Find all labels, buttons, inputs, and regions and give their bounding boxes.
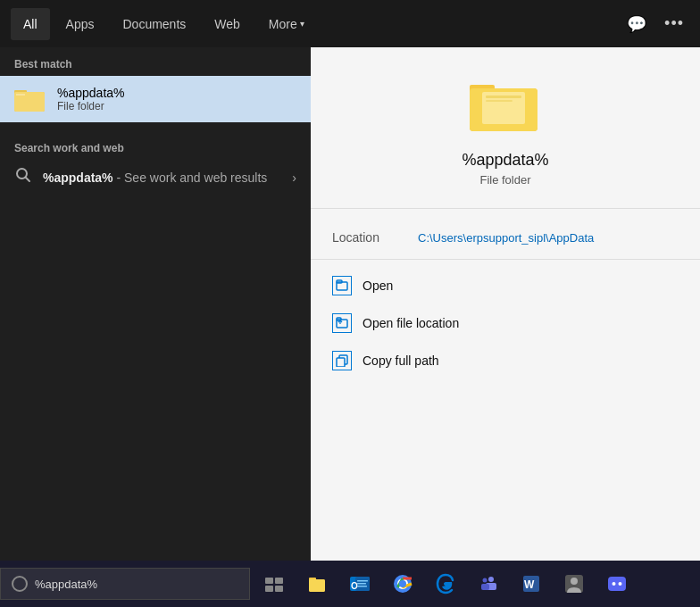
open-file-location-icon <box>332 313 352 333</box>
tab-documents[interactable]: Documents <box>110 8 198 40</box>
location-label: Location <box>332 230 404 245</box>
tab-more[interactable]: More ▾ <box>256 8 317 40</box>
action-open-label: Open <box>362 279 393 293</box>
svg-text:W: W <box>524 578 535 591</box>
svg-line-5 <box>26 178 30 182</box>
divider <box>311 208 700 209</box>
tab-apps[interactable]: Apps <box>54 8 107 40</box>
svg-rect-11 <box>486 100 512 102</box>
open-icon <box>332 276 352 295</box>
location-path[interactable]: C:\Users\erpsupport_sipl\AppData <box>418 231 594 245</box>
location-row: Location C:\Users\erpsupport_sipl\AppDat… <box>311 223 700 252</box>
result-title: %appdata% <box>57 86 125 100</box>
chevron-down-icon: ▾ <box>300 19 304 29</box>
svg-rect-27 <box>309 579 325 592</box>
svg-rect-33 <box>357 586 367 587</box>
result-type: File folder <box>479 173 530 187</box>
svg-rect-3 <box>16 94 25 96</box>
start-menu: All Apps Documents Web More ▾ 💬 ••• Best… <box>0 0 700 561</box>
tab-web[interactable]: Web <box>202 8 253 40</box>
action-copy-full-path[interactable]: Copy full path <box>311 342 700 379</box>
action-copy-full-path-label: Copy full path <box>362 353 439 368</box>
svg-point-39 <box>483 578 488 583</box>
result-text: %appdata% File folder <box>57 86 125 112</box>
feedback-icon[interactable]: 💬 <box>621 9 652 39</box>
taskbar-search-bar[interactable]: %appdata% <box>0 568 250 600</box>
action-open-file-location[interactable]: Open file location <box>311 304 700 342</box>
result-name-large: %appdata% <box>462 151 548 170</box>
taskbar: %appdata% O <box>0 561 700 607</box>
best-match-item[interactable]: %appdata% File folder <box>0 76 311 122</box>
divider-2 <box>311 259 700 260</box>
svg-text:O: O <box>351 581 358 591</box>
svg-point-37 <box>488 577 494 582</box>
svg-rect-45 <box>608 577 626 591</box>
word-icon[interactable]: W <box>511 561 552 607</box>
web-query: %appdata% <box>43 170 113 185</box>
search-web-label: Search work and web <box>0 129 311 160</box>
taskbar-icons: O <box>254 561 638 607</box>
tab-all[interactable]: All <box>11 8 50 40</box>
discord-icon[interactable] <box>596 561 638 607</box>
taskbar-search-text: %appdata% <box>35 578 97 591</box>
action-open[interactable]: Open <box>311 267 700 304</box>
copy-icon <box>332 351 352 370</box>
folder-icon-small <box>14 83 46 115</box>
right-panel: %appdata% File folder Location C:\Users\… <box>311 47 700 561</box>
svg-point-47 <box>619 582 622 586</box>
svg-rect-40 <box>481 584 489 590</box>
chrome-icon[interactable] <box>382 561 423 607</box>
action-open-file-location-label: Open file location <box>362 316 459 330</box>
taskview-icon[interactable] <box>254 561 295 607</box>
svg-rect-23 <box>265 586 273 592</box>
best-match-label: Best match <box>0 47 311 76</box>
web-search-text: %appdata% - See work and web results <box>43 170 267 185</box>
svg-rect-31 <box>357 580 368 582</box>
svg-rect-21 <box>265 578 273 584</box>
search-icon <box>14 167 32 187</box>
search-circle-icon <box>12 576 28 592</box>
svg-rect-24 <box>275 586 283 592</box>
svg-point-36 <box>399 580 406 587</box>
folder-icon-large <box>470 74 541 137</box>
web-suffix: - See work and web results <box>113 170 268 185</box>
ellipsis-icon[interactable]: ••• <box>659 9 689 38</box>
svg-point-46 <box>612 582 616 586</box>
svg-rect-22 <box>275 578 283 584</box>
result-subtitle: File folder <box>57 100 125 112</box>
left-panel: Best match %appdata% File folder <box>0 47 311 561</box>
content-area: Best match %appdata% File folder <box>0 47 700 561</box>
top-navigation: All Apps Documents Web More ▾ 💬 ••• <box>0 0 700 47</box>
file-explorer-icon[interactable] <box>296 561 338 607</box>
web-search-item[interactable]: %appdata% - See work and web results › <box>0 160 311 195</box>
teams-icon[interactable] <box>468 561 509 607</box>
svg-rect-32 <box>357 583 366 585</box>
user-avatar-icon[interactable] <box>554 561 595 607</box>
svg-point-44 <box>571 578 578 585</box>
topnav-right: 💬 ••• <box>621 9 689 39</box>
edge-icon[interactable] <box>425 561 466 607</box>
outlook-icon[interactable]: O <box>339 561 380 607</box>
svg-rect-10 <box>486 96 521 98</box>
chevron-right-icon: › <box>292 170 296 185</box>
svg-rect-20 <box>337 358 345 367</box>
